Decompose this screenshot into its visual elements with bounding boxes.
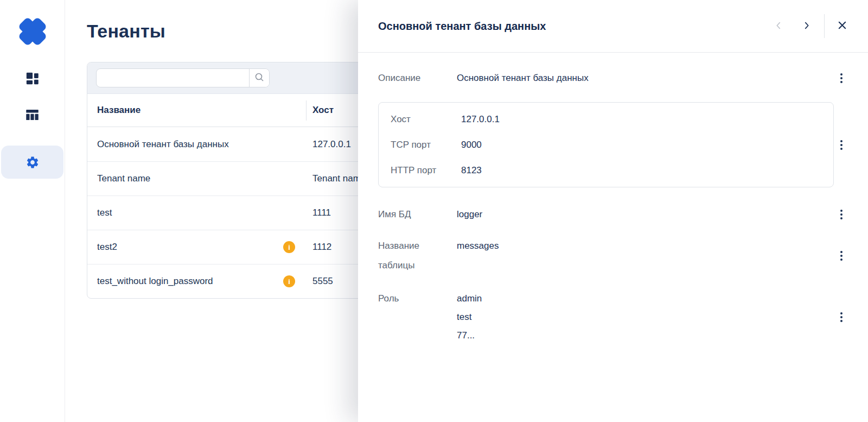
field-label: HTTP порт (391, 165, 461, 176)
field-value: logger (457, 205, 835, 224)
field-label: Название таблицы (378, 236, 457, 275)
next-tenant-button[interactable] (797, 16, 816, 36)
magnifier-icon (254, 72, 265, 84)
kebab-menu-icon[interactable] (835, 140, 848, 150)
prev-tenant-button[interactable] (769, 16, 788, 36)
search-button[interactable] (249, 69, 269, 87)
info-icon[interactable] (283, 241, 295, 253)
role-value: admin (457, 289, 835, 308)
tenant-name: Основной тенант базы данных (97, 139, 229, 150)
connection-line: Хост 127.0.0.1 (391, 106, 833, 132)
table-columns-icon (25, 108, 40, 122)
field-value: messages (457, 236, 835, 256)
field-label: Роль (378, 289, 457, 308)
info-icon[interactable] (283, 275, 295, 287)
connection-box: Хост 127.0.0.1 TCP порт 9000 HTTP порт 8… (378, 102, 834, 187)
field-label: Хост (391, 114, 461, 125)
field-label: Имя БД (378, 205, 457, 224)
sidebar-item-dashboard[interactable] (1, 62, 63, 95)
connection-line: TCP порт 9000 (391, 132, 833, 158)
kebab-menu-icon[interactable] (835, 312, 848, 322)
search-input[interactable] (97, 69, 249, 87)
role-value: test (457, 308, 835, 326)
field-value: 127.0.0.1 (461, 114, 500, 125)
tenant-name: test_without login_password (97, 276, 213, 287)
field-value: Основной тенант базы данных (457, 68, 835, 88)
column-divider (306, 100, 307, 121)
field-table-name: Название таблицы messages (378, 236, 848, 275)
header-divider (824, 14, 825, 38)
app-root: Тенанты Название (0, 0, 868, 422)
clover-logo-icon[interactable] (21, 20, 44, 43)
close-icon (837, 20, 847, 32)
kebab-menu-icon[interactable] (835, 210, 848, 219)
sidebar-item-settings[interactable] (1, 146, 63, 179)
drawer-controls (769, 14, 852, 38)
field-description: Описание Основной тенант базы данных (378, 66, 848, 90)
tenant-name: test (97, 207, 112, 218)
kebab-menu-icon[interactable] (835, 73, 848, 83)
field-connection: Хост 127.0.0.1 TCP порт 9000 HTTP порт 8… (378, 102, 848, 187)
field-value: admin test 77... (457, 289, 835, 345)
drawer-body: Описание Основной тенант базы данных Хос… (358, 53, 868, 345)
search-group (96, 68, 270, 87)
sidebar-item-tables[interactable] (1, 98, 63, 131)
gear-icon (25, 155, 40, 169)
role-value: 77... (457, 326, 835, 345)
field-label: TCP порт (391, 140, 461, 150)
tenant-name: test2 (97, 242, 117, 253)
chevron-left-icon (774, 21, 783, 32)
chevron-right-icon (802, 21, 812, 32)
field-value: 9000 (461, 140, 482, 150)
sidebar (0, 0, 65, 422)
close-drawer-button[interactable] (832, 16, 852, 36)
field-role: Роль admin test 77... (378, 289, 848, 345)
drawer-header: Основной тенант базы данных (358, 0, 868, 53)
field-value: 8123 (461, 165, 482, 176)
kebab-menu-icon[interactable] (835, 251, 848, 261)
dashboard-icon (25, 71, 40, 86)
drawer-title: Основной тенант базы данных (378, 20, 546, 33)
tenant-name: Tenant name (97, 173, 150, 184)
tenant-detail-drawer: Основной тенант базы данных (358, 0, 868, 422)
field-label: Описание (378, 68, 457, 88)
column-header-name: Название (87, 105, 306, 116)
connection-line: HTTP порт 8123 (391, 158, 833, 183)
field-db-name: Имя БД logger (378, 203, 848, 226)
